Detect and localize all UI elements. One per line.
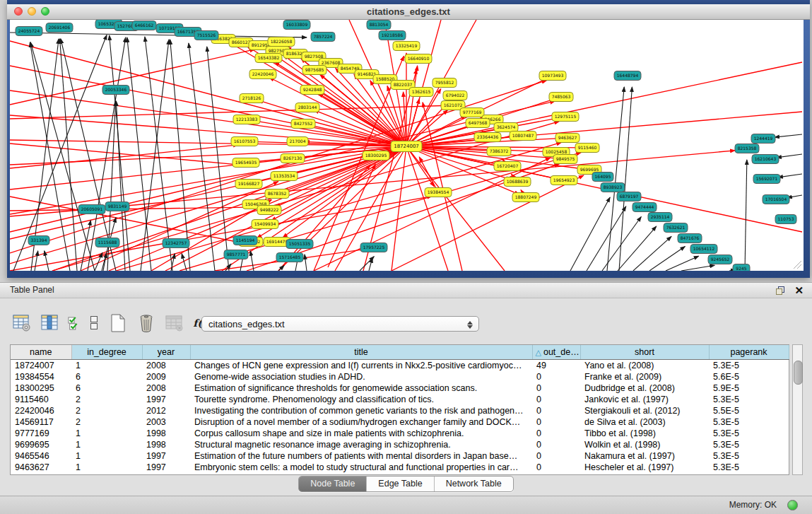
table-row[interactable]: 1938455462009Genome-wide association stu… [11,371,789,382]
network-node[interactable]: 12975115 [552,112,579,122]
network-node[interactable]: 15716485 [276,253,303,262]
network-node[interactable]: 7386372 [487,147,511,156]
table-cell[interactable]: 19384554 [11,371,71,382]
float-panel-icon[interactable] [775,286,786,296]
table-cell[interactable]: Stergiakouli et al. (2012) [580,405,709,416]
network-node[interactable]: 7857224 [311,33,335,42]
network-node[interactable]: 331394 [28,236,49,245]
column-header-out_de[interactable]: △out_de… [532,345,580,360]
network-node[interactable]: 217004 [287,137,308,146]
column-header-pagerank[interactable]: pagerank [709,345,789,360]
network-node[interactable]: 110753 [775,215,796,224]
window-titlebar[interactable]: citations_edges.txt [7,4,810,20]
network-node[interactable]: 8267130 [281,154,305,163]
network-node[interactable]: 19166827 [235,180,262,189]
table-cell[interactable]: 0 [532,450,580,462]
network-node[interactable]: 2803144 [295,103,319,112]
table-scrollbar[interactable] [792,344,803,475]
resize-grip-icon[interactable] [791,259,802,269]
table-row[interactable]: 2242004622012Investigating the contribut… [11,405,789,416]
table-cell[interactable]: 1 [71,360,142,372]
network-node[interactable]: 16033809 [283,21,310,30]
network-node[interactable]: 1362615 [409,88,433,97]
network-node[interactable]: 13325419 [393,42,420,51]
table-cell[interactable]: 5.3E-5 [709,360,789,372]
table-cell[interactable]: 5.9E-5 [709,382,789,394]
network-node[interactable]: 19654923 [551,176,577,185]
table-cell[interactable]: 9699695 [11,439,71,450]
column-header-year[interactable]: year [142,345,190,360]
table-cell[interactable]: 1997 [142,394,190,405]
network-node[interactable]: 1115688 [95,238,119,247]
column-header-title[interactable]: title [190,345,532,360]
table-cell[interactable]: 1 [71,450,142,462]
network-node[interactable]: 7632621 [664,223,688,233]
table-row[interactable]: 1456911722003Disruption of a novel membe… [11,416,789,428]
network-canvas[interactable]: 7663822866012389129541822605898275031654… [10,20,804,271]
network-node[interactable]: 15692071 [753,175,780,184]
network-node[interactable]: 9115460 [575,144,599,153]
network-node[interactable]: 9831149 [105,202,129,211]
network-node[interactable]: 9474444 [632,203,657,212]
table-cell[interactable]: 9115460 [11,394,71,405]
table-cell[interactable]: 1998 [142,428,190,439]
table-cell[interactable]: 0 [532,405,580,416]
memory-status-icon[interactable] [787,500,798,510]
network-node[interactable]: 10973493 [539,71,566,81]
table-cell[interactable]: 2003 [142,416,190,428]
table-cell[interactable]: Disruption of a novel member of a sodium… [190,416,532,428]
network-node[interactable]: 20691406 [46,23,73,33]
table-cell[interactable]: 1 [71,428,142,439]
table-cell[interactable]: 2008 [142,382,190,394]
table-cell[interactable]: 18724007 [11,360,71,372]
network-node[interactable]: 18226058 [268,37,295,47]
table-cell[interactable]: 6 [71,371,142,382]
table-cell[interactable]: Genome-wide association studies in ADHD. [190,371,532,382]
table-cell[interactable]: Tibbo et al. (1998) [580,428,709,439]
table-cell[interactable]: 9463627 [11,462,71,473]
network-node[interactable]: 9498222 [257,206,281,215]
network-node[interactable]: 10807487 [510,132,536,141]
minimize-window-button[interactable] [28,7,36,16]
network-node[interactable]: 6466162 [132,21,156,30]
network-node[interactable]: 9242848 [300,86,324,95]
table-cell[interactable]: Franke et al. (2009) [580,371,709,382]
table-cell[interactable]: 5.3E-5 [709,416,789,428]
network-node[interactable]: 17016504 [763,195,789,204]
table-cell[interactable]: Corpus callosum shape and size in male p… [190,428,532,439]
table-cell[interactable]: Nakamura et al. (1997) [580,450,709,462]
delete-table-icon[interactable] [136,312,157,334]
table-cell[interactable]: 1 [71,462,142,473]
network-node[interactable]: 11353534 [271,172,298,181]
network-node[interactable]: 16720407 [494,162,521,171]
table-cell[interactable]: 0 [532,382,580,394]
table-cell[interactable]: 0 [532,439,580,450]
network-node[interactable]: 16543382 [255,54,282,63]
table-cell[interactable]: 1998 [142,439,190,450]
network-node[interactable]: 8678352 [265,189,289,199]
table-cell[interactable]: 2008 [142,360,190,372]
network-node[interactable]: 6794022 [443,91,467,100]
network-node[interactable]: 1145194 [233,236,257,245]
row-height-icon[interactable] [88,312,100,334]
table-cell[interactable]: Tourette syndrome. Phenomenology and cla… [190,394,532,405]
table-cell[interactable]: Yano et al. (2008) [580,360,709,372]
tab-network-table[interactable]: Network Table [435,477,513,491]
table-cell[interactable]: Dudbridge et al. (2008) [580,382,709,394]
table-cell[interactable]: 22420046 [11,405,71,416]
network-node[interactable]: 19654935 [233,158,259,168]
network-node[interactable]: 22420046 [249,70,276,79]
table-cell[interactable]: Estimation of the future numbers of pati… [190,450,532,462]
network-node[interactable]: 19384554 [425,188,452,197]
table-cell[interactable]: 2012 [142,405,190,416]
table-cell[interactable]: 0 [532,416,580,428]
table-row[interactable]: 977716911998Corpus callosum shape and si… [11,428,789,439]
table-row[interactable]: 969969511998Structural magnetic resonanc… [11,439,789,450]
table-cell[interactable]: Jankovic et al. (1997) [580,394,709,405]
network-node[interactable]: 9849575 [553,155,577,164]
table-row[interactable]: 946362711997Embryonic stem cells: a mode… [11,462,789,473]
close-window-button[interactable] [14,7,23,16]
table-cell[interactable]: 0 [532,428,580,439]
network-node[interactable]: 17957225 [360,243,387,252]
network-node[interactable]: 15409934 [252,220,278,229]
